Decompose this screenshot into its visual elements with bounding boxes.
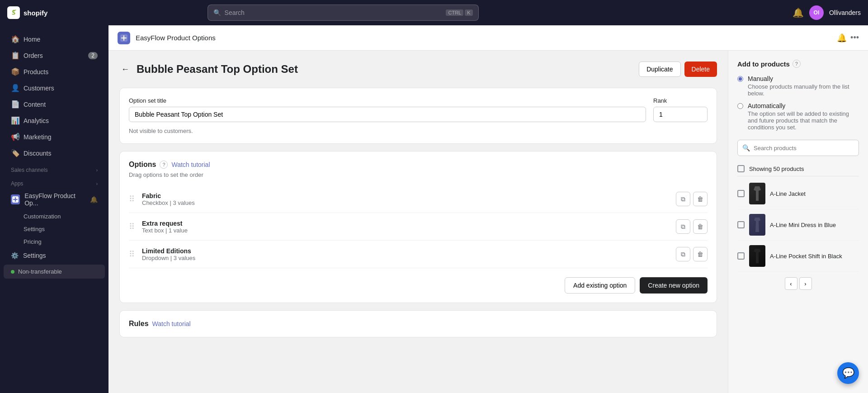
sidebar-item-orders[interactable]: 📋 Orders 2 <box>4 47 105 63</box>
drag-handle-fabric-icon[interactable]: ⠿ <box>129 194 135 204</box>
sidebar-item-settings[interactable]: ⚙️ Settings <box>4 248 105 263</box>
sidebar-item-marketing[interactable]: 📢 Marketing <box>4 129 105 145</box>
customization-label: Customization <box>24 213 61 220</box>
prev-page-button[interactable]: ‹ <box>785 277 797 290</box>
watch-tutorial-link[interactable]: Watch tutorial <box>171 161 210 168</box>
product-item-a-line-mini: A-Line Mini Dress in Blue <box>737 209 859 241</box>
apps-label: Apps <box>11 180 23 187</box>
copy-option-limited-editions-button[interactable]: ⧉ <box>676 247 690 261</box>
search-products-field[interactable]: 🔍 <box>737 140 859 156</box>
orders-icon: 📋 <box>11 51 19 60</box>
option-set-title-input[interactable] <box>129 107 646 122</box>
global-search[interactable]: 🔍 CTRL K <box>208 5 479 21</box>
pagination: ‹ › <box>737 272 859 290</box>
chat-button[interactable]: 💬 <box>837 362 859 384</box>
layout: 🏠 Home 📋 Orders 2 📦 Products 👤 Customers… <box>0 25 868 393</box>
app-bar-more-icon[interactable]: ••• <box>850 33 859 43</box>
sales-channels-chevron-icon[interactable]: › <box>96 168 98 173</box>
products-icon: 📦 <box>11 67 19 76</box>
easyflow-bell-icon[interactable]: 🔔 <box>90 196 98 203</box>
sidebar-label-marketing: Marketing <box>24 133 51 141</box>
radio-manually-input[interactable] <box>737 76 743 82</box>
non-transferable-dot-icon <box>11 270 14 274</box>
delete-option-limited-editions-button[interactable]: 🗑 <box>693 247 708 261</box>
copy-option-fabric-button[interactable]: ⧉ <box>676 192 690 206</box>
page-header: ← Bubble Peasant Top Option Set Duplicat… <box>119 62 717 77</box>
rules-watch-tutorial-link[interactable]: Watch tutorial <box>152 320 191 327</box>
shopify-logo[interactable]: shopify <box>7 6 47 19</box>
product-checkbox-a-line-mini[interactable] <box>737 221 745 228</box>
shortcut-key-ctrl: CTRL <box>446 9 463 16</box>
sidebar-item-home[interactable]: 🏠 Home <box>4 31 105 47</box>
notification-bell-icon[interactable]: 🔔 <box>793 7 804 18</box>
sidebar-label-products: Products <box>24 68 48 76</box>
add-to-products-help-icon[interactable]: ? <box>793 60 801 68</box>
search-input[interactable] <box>225 9 443 16</box>
sidebar-item-content[interactable]: 📄 Content <box>4 96 105 112</box>
title-form-group: Option set title Not visible to customer… <box>129 97 646 134</box>
discounts-icon: 🏷️ <box>11 149 19 157</box>
copy-option-extra-request-button[interactable]: ⧉ <box>676 219 690 234</box>
option-actions-fabric: ⧉ 🗑 <box>676 192 708 206</box>
sidebar-sub-settings[interactable]: Settings <box>4 223 105 235</box>
options-help-tooltip: ? <box>162 162 165 167</box>
apps-chevron-icon[interactable]: › <box>96 181 98 186</box>
product-checkbox-a-line-pocket[interactable] <box>737 252 745 260</box>
option-row-limited-editions: ⠿ Limited Editions Dropdown | 3 values ⧉… <box>129 241 708 268</box>
option-actions-extra-request: ⧉ 🗑 <box>676 219 708 234</box>
sales-channels-label: Sales channels <box>11 167 47 173</box>
page-header-left: ← Bubble Peasant Top Option Set <box>119 63 298 76</box>
main-content: EasyFlow Product Options 🔔 ••• ← Bubble … <box>108 25 868 393</box>
radio-manually-desc: Choose products manually from the list b… <box>748 83 859 97</box>
rank-input[interactable] <box>653 107 708 122</box>
radio-option-manually: Manually Choose products manually from t… <box>737 75 859 97</box>
product-name-a-line-mini: A-Line Mini Dress in Blue <box>770 222 859 228</box>
options-help-icon[interactable]: ? <box>160 161 168 169</box>
sidebar-item-customers[interactable]: 👤 Customers <box>4 80 105 96</box>
app-bar-bell-icon[interactable]: 🔔 <box>837 33 847 43</box>
sidebar-sub-pricing[interactable]: Pricing <box>4 236 105 248</box>
add-to-products-title: Add to products <box>737 60 790 68</box>
search-icon: 🔍 <box>213 9 221 16</box>
option-row-fabric: ⠿ Fabric Checkbox | 3 values ⧉ 🗑 <box>129 185 708 213</box>
rank-label: Rank <box>653 97 708 104</box>
nav-right: 🔔 Ol Ollivanders <box>793 5 861 20</box>
products-list-header: Showing 50 products <box>737 161 859 176</box>
duplicate-button[interactable]: Duplicate <box>639 62 680 77</box>
sidebar-item-discounts[interactable]: 🏷️ Discounts <box>4 145 105 161</box>
radio-manually-label: Manually <box>748 75 859 82</box>
create-new-option-button[interactable]: Create new option <box>640 277 708 294</box>
add-existing-option-button[interactable]: Add existing option <box>565 277 635 294</box>
sidebar-label-analytics: Analytics <box>24 117 49 124</box>
store-name: Ollivanders <box>829 9 861 16</box>
center-panel: ← Bubble Peasant Top Option Set Duplicat… <box>108 51 728 393</box>
options-title: Options <box>129 161 156 169</box>
drag-handle-limited-editions-icon[interactable]: ⠿ <box>129 249 135 259</box>
sidebar-item-easyflow[interactable]: EasyFlow Product Op... 🔔 <box>4 189 105 210</box>
back-button[interactable]: ← <box>119 63 131 76</box>
avatar[interactable]: Ol <box>809 5 824 20</box>
delete-button[interactable]: Delete <box>684 62 717 77</box>
option-row-extra-request: ⠿ Extra request Text box | 1 value ⧉ 🗑 <box>129 213 708 241</box>
page-header-actions: Duplicate Delete <box>639 62 717 77</box>
radio-automatically-input[interactable] <box>737 103 743 109</box>
search-shortcut: CTRL K <box>446 9 472 16</box>
sidebar-item-products[interactable]: 📦 Products <box>4 64 105 80</box>
sidebar-label-discounts: Discounts <box>24 150 51 157</box>
drag-handle-extra-request-icon[interactable]: ⠿ <box>129 222 135 232</box>
next-page-button[interactable]: › <box>799 277 812 290</box>
delete-option-fabric-button[interactable]: 🗑 <box>693 192 708 206</box>
search-products-input[interactable] <box>754 145 854 152</box>
non-transferable-label: Non-transferable <box>18 268 62 275</box>
option-meta-limited-editions: Dropdown | 3 values <box>142 255 670 261</box>
page-title: Bubble Peasant Top Option Set <box>137 63 298 76</box>
customers-icon: 👤 <box>11 84 19 92</box>
rules-title: Rules <box>129 320 149 328</box>
sidebar-label-customers: Customers <box>24 85 54 92</box>
sidebar-item-analytics[interactable]: 📊 Analytics <box>4 113 105 128</box>
product-checkbox-a-line-jacket[interactable] <box>737 190 745 197</box>
delete-option-extra-request-button[interactable]: 🗑 <box>693 219 708 234</box>
sidebar-sub-customization[interactable]: Customization <box>4 210 105 223</box>
select-all-checkbox[interactable] <box>737 165 745 172</box>
radio-automatically-desc: The option set will be added to existing… <box>748 110 859 131</box>
